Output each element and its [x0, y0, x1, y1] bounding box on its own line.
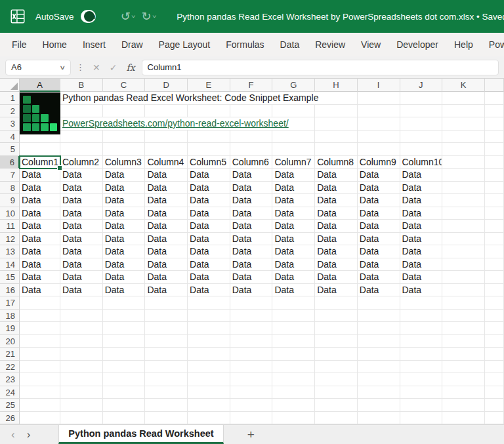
cell-B22[interactable] — [60, 361, 103, 374]
cell-B15[interactable]: Data — [60, 271, 103, 284]
cell-D4[interactable] — [145, 131, 188, 144]
cell-partial-1[interactable] — [485, 92, 504, 105]
cell-G7[interactable]: Data — [272, 169, 315, 182]
cell-C16[interactable]: Data — [103, 284, 146, 297]
cell-G23[interactable] — [272, 373, 315, 386]
cell-F4[interactable] — [230, 131, 273, 144]
cell-G25[interactable] — [272, 399, 315, 412]
undo-dropdown-icon[interactable]: ˅ — [131, 14, 136, 20]
column-header-E[interactable]: E — [188, 79, 230, 92]
name-box-chevron-icon[interactable]: ∨ — [60, 64, 66, 71]
formula-input[interactable]: Column1 — [142, 60, 499, 75]
column-header-A[interactable]: A — [20, 79, 60, 92]
ribbon-tab-draw[interactable]: Draw — [114, 33, 151, 56]
cell-K24[interactable] — [442, 386, 485, 399]
cell-K7[interactable] — [442, 169, 485, 182]
cell-partial-3[interactable] — [485, 117, 504, 131]
row-header-26[interactable]: 26 — [0, 412, 20, 425]
ribbon-tab-developer[interactable]: Developer — [388, 33, 446, 56]
cell-C17[interactable] — [103, 296, 146, 310]
cell-I12[interactable]: Data — [358, 233, 400, 246]
cell-I6[interactable]: Column9 — [358, 156, 400, 169]
cell-E7[interactable]: Data — [188, 169, 230, 182]
cell-C4[interactable] — [103, 131, 146, 144]
cell-G17[interactable] — [272, 296, 315, 310]
ribbon-tab-formulas[interactable]: Formulas — [218, 33, 272, 56]
cell-K4[interactable] — [442, 131, 485, 144]
cell-J15[interactable]: Data — [400, 271, 443, 284]
cell-K19[interactable] — [442, 322, 485, 335]
cell-E6[interactable]: Column5 — [188, 156, 230, 169]
cell-F6[interactable]: Column6 — [230, 156, 273, 169]
cell-F5[interactable] — [230, 143, 273, 156]
cell-H21[interactable] — [315, 348, 358, 361]
cell-B26[interactable] — [60, 412, 103, 425]
cell-E4[interactable] — [188, 131, 230, 144]
cell-I8[interactable]: Data — [358, 182, 400, 195]
powerspreadsheets-logo-image[interactable] — [20, 92, 60, 134]
cell-K2[interactable] — [442, 105, 485, 118]
cell-B1[interactable]: Python pandas Read Excel Worksheet: Code… — [60, 92, 103, 105]
cell-I10[interactable]: Data — [358, 207, 400, 220]
select-all-corner[interactable] — [0, 79, 20, 92]
cell-B3[interactable]: PowerSpreadsheets.com/python-read-excel-… — [60, 117, 103, 131]
cell-D12[interactable]: Data — [145, 233, 188, 246]
cell-D9[interactable]: Data — [145, 194, 188, 207]
cell-E23[interactable] — [188, 373, 230, 386]
cell-K16[interactable] — [442, 284, 485, 297]
cell-A5[interactable] — [20, 143, 60, 156]
row-header-11[interactable]: 11 — [0, 220, 20, 233]
row-header-10[interactable]: 10 — [0, 207, 20, 220]
column-header-G[interactable]: G — [272, 79, 315, 92]
cell-B11[interactable]: Data — [60, 220, 103, 233]
cell-H4[interactable] — [315, 131, 358, 144]
cell-A11[interactable]: Data — [20, 220, 60, 233]
row-header-16[interactable]: 16 — [0, 284, 20, 297]
row-header-5[interactable]: 5 — [0, 143, 20, 156]
cell-K9[interactable] — [442, 194, 485, 207]
cell-E13[interactable]: Data — [188, 245, 230, 258]
cell-G10[interactable]: Data — [272, 207, 315, 220]
cell-C23[interactable] — [103, 373, 146, 386]
column-header-I[interactable]: I — [358, 79, 400, 92]
cell-I19[interactable] — [358, 322, 400, 335]
cell-E16[interactable]: Data — [188, 284, 230, 297]
cell-partial-24[interactable] — [485, 386, 504, 399]
cell-A18[interactable] — [20, 310, 60, 323]
cell-J2[interactable] — [400, 105, 443, 118]
redo-button[interactable]: ↻ ˅ — [142, 10, 156, 22]
row-header-7[interactable]: 7 — [0, 169, 20, 182]
cell-A20[interactable] — [20, 335, 60, 348]
cell-D7[interactable]: Data — [145, 169, 188, 182]
cell-H16[interactable]: Data — [315, 284, 358, 297]
undo-button[interactable]: ↺ ˅ — [121, 10, 135, 22]
row-header-19[interactable]: 19 — [0, 322, 20, 335]
cell-E12[interactable]: Data — [188, 233, 230, 246]
row-header-18[interactable]: 18 — [0, 310, 20, 323]
cell-K21[interactable] — [442, 348, 485, 361]
cell-I25[interactable] — [358, 399, 400, 412]
cell-G2[interactable] — [272, 105, 315, 118]
formula-bar-handle-icon[interactable]: ⋮ — [75, 62, 86, 72]
cell-D2[interactable] — [145, 105, 188, 118]
cell-F14[interactable]: Data — [230, 258, 273, 272]
cell-A26[interactable] — [20, 412, 60, 425]
column-header-D[interactable]: D — [145, 79, 188, 92]
cell-J3[interactable] — [400, 117, 443, 131]
cell-D20[interactable] — [145, 335, 188, 348]
cell-F8[interactable]: Data — [230, 182, 273, 195]
cell-G4[interactable] — [272, 131, 315, 144]
cell-B4[interactable] — [60, 131, 103, 144]
cancel-entry-button[interactable]: ✕ — [90, 62, 103, 73]
cell-F15[interactable]: Data — [230, 271, 273, 284]
column-header-partial[interactable] — [485, 79, 504, 92]
cell-G12[interactable]: Data — [272, 233, 315, 246]
cell-I16[interactable]: Data — [358, 284, 400, 297]
cell-E20[interactable] — [188, 335, 230, 348]
cell-F23[interactable] — [230, 373, 273, 386]
cell-E9[interactable]: Data — [188, 194, 230, 207]
cell-I17[interactable] — [358, 296, 400, 310]
cell-C10[interactable]: Data — [103, 207, 146, 220]
cell-D6[interactable]: Column4 — [145, 156, 188, 169]
cell-J17[interactable] — [400, 296, 443, 310]
